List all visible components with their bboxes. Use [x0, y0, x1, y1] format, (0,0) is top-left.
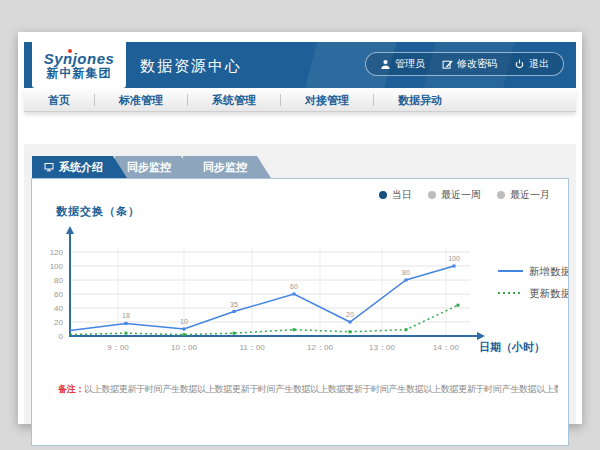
- change-password-button[interactable]: 修改密码: [442, 57, 497, 71]
- svg-text:80: 80: [402, 269, 410, 276]
- logo-text-en: Synjones: [44, 51, 115, 66]
- company-logo: Synjones 新中新集团: [32, 42, 126, 88]
- svg-text:35: 35: [230, 301, 238, 308]
- svg-text:80: 80: [54, 276, 63, 285]
- chart-axes: [66, 226, 485, 340]
- svg-text:10：00: 10：00: [171, 343, 197, 352]
- logo-text-cn: 新中新集团: [47, 66, 112, 80]
- page-title: 数据资源中心: [140, 57, 242, 76]
- tab-system-intro[interactable]: 系统介绍: [32, 156, 127, 178]
- page-card: Synjones 新中新集团 数据资源中心 管理员 修改密码 退出 首页 标准管…: [18, 32, 582, 424]
- chart-panel: 当日 最近一周 最近一月 数据交换（条） 0204060801001209：00…: [31, 178, 569, 446]
- nav-item-home[interactable]: 首页: [24, 88, 94, 112]
- line-chart: 0204060801001209：0010：0011：0012：0013：001…: [32, 223, 568, 373]
- radio-last-month[interactable]: 最近一月: [497, 188, 550, 202]
- svg-text:11：00: 11：00: [239, 343, 265, 352]
- x-axis-title: 日期（小时）: [479, 341, 545, 354]
- svg-text:9：00: 9：00: [107, 343, 129, 352]
- radio-today[interactable]: 当日: [379, 188, 412, 202]
- radio-dot-icon: [428, 191, 436, 199]
- tab-label: 同步监控: [203, 160, 247, 175]
- svg-text:20: 20: [54, 318, 63, 327]
- svg-text:100: 100: [448, 255, 460, 262]
- footnote: 备注：以上数据更新于时间产生数据以上数据更新于时间产生数据以上数据更新于时间产生…: [58, 383, 558, 396]
- nav-item-system-mgmt[interactable]: 系统管理: [188, 88, 280, 112]
- time-range-filters: 当日 最近一周 最近一月: [379, 188, 550, 202]
- tab-bar: 系统介绍 同步监控 同步监控: [32, 156, 259, 178]
- radio-dot-icon: [497, 191, 505, 199]
- svg-text:18: 18: [122, 312, 130, 319]
- content-area: 系统介绍 同步监控 同步监控 当日 最近一周: [24, 144, 576, 424]
- svg-text:10: 10: [180, 318, 188, 325]
- edit-icon: [442, 59, 453, 70]
- footnote-label: 备注：: [58, 384, 84, 394]
- nav-item-standard-mgmt[interactable]: 标准管理: [95, 88, 187, 112]
- svg-text:12：00: 12：00: [307, 343, 333, 352]
- tab-label: 同步监控: [127, 160, 171, 175]
- tab-label: 系统介绍: [59, 160, 103, 175]
- svg-text:60: 60: [54, 290, 63, 299]
- app-header: Synjones 新中新集团 数据资源中心 管理员 修改密码 退出: [24, 42, 576, 88]
- svg-text:新增数据: 新增数据: [529, 265, 568, 277]
- logo-red-dot: [68, 49, 72, 53]
- svg-text:14：00: 14：00: [433, 343, 459, 352]
- footnote-text: 以上数据更新于时间产生数据以上数据更新于时间产生数据以上数据更新于时间产生数据以…: [84, 384, 558, 394]
- user-icon: [380, 59, 391, 70]
- radio-last-week[interactable]: 最近一周: [428, 188, 481, 202]
- user-toolbar: 管理员 修改密码 退出: [365, 52, 564, 76]
- y-axis-title: 数据交换（条）: [56, 204, 140, 219]
- svg-text:120: 120: [50, 248, 64, 257]
- line-chart-svg: 0204060801001209：0010：0011：0012：0013：001…: [32, 223, 568, 373]
- nav-item-data-change[interactable]: 数据异动: [374, 88, 466, 112]
- current-user-button[interactable]: 管理员: [380, 57, 425, 71]
- nav-item-docking-mgmt[interactable]: 对接管理: [281, 88, 373, 112]
- power-icon: [514, 59, 525, 70]
- logout-button[interactable]: 退出: [514, 57, 549, 71]
- chart-legend: 新增数据更新数据: [498, 265, 568, 299]
- radio-dot-icon: [379, 191, 387, 199]
- svg-text:更新数据: 更新数据: [529, 287, 568, 299]
- tab-sync-monitor-2[interactable]: 同步监控: [183, 156, 271, 178]
- svg-text:13：00: 13：00: [369, 343, 395, 352]
- svg-text:40: 40: [54, 304, 63, 313]
- monitor-icon: [44, 162, 54, 172]
- svg-text:20: 20: [346, 311, 354, 318]
- tab-sync-monitor-1[interactable]: 同步监控: [115, 156, 195, 178]
- svg-text:100: 100: [50, 262, 64, 271]
- main-nav: 首页 标准管理 系统管理 对接管理 数据异动: [24, 88, 576, 112]
- svg-text:0: 0: [59, 332, 64, 341]
- series-更新数据: [70, 304, 460, 336]
- chart-gridlines: [70, 247, 470, 336]
- svg-text:60: 60: [290, 283, 298, 290]
